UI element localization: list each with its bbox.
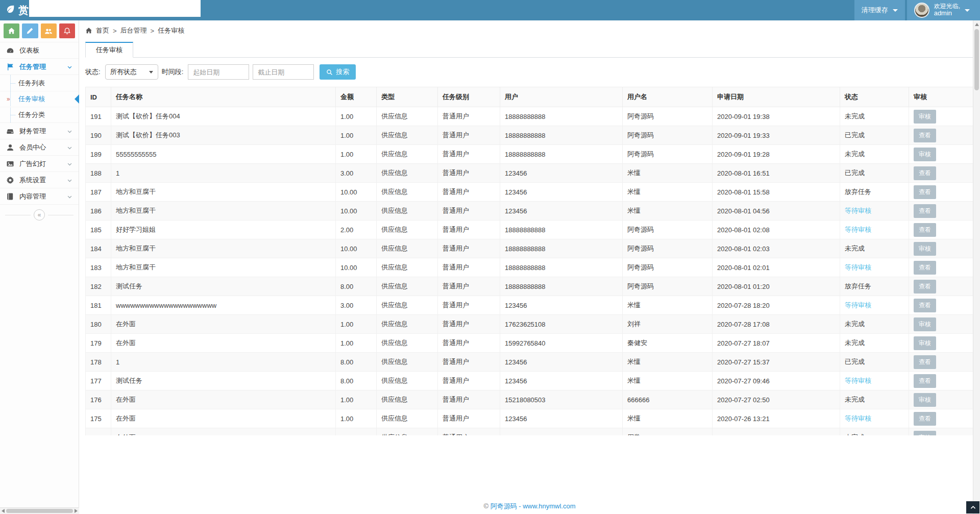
col-header-type: 类型 <box>377 87 438 107</box>
cell-task-name: 1 <box>111 353 336 372</box>
end-date-input[interactable] <box>253 64 314 80</box>
review-action-button[interactable]: 查看 <box>914 129 936 142</box>
back-to-top-button[interactable] <box>966 501 979 513</box>
user-menu[interactable]: 欢迎光临, admin <box>907 0 980 20</box>
notifications-shortcut-button[interactable] <box>59 23 75 38</box>
cell-user: 123456 <box>500 372 623 390</box>
review-action-button[interactable]: 查看 <box>914 261 936 275</box>
cell-status: 未完成 <box>840 107 909 126</box>
footer-link[interactable]: 阿奇源码 - www.hnymwl.com <box>491 502 576 510</box>
cell-task-name: 在外面 <box>111 390 336 409</box>
sidebar-item-settings[interactable]: 系统设置 <box>0 172 79 188</box>
chevron-down-icon <box>67 128 72 134</box>
status-select[interactable]: 所有状态 <box>105 64 158 80</box>
cell-type: 供应信息 <box>377 353 438 372</box>
start-date-input[interactable] <box>188 64 249 80</box>
cell-amount: 10.00 <box>336 183 377 202</box>
review-action-button[interactable]: 查看 <box>914 204 936 218</box>
col-header-username: 用户名 <box>623 87 713 107</box>
sidebar-item-finance[interactable]: 财务管理 <box>0 123 79 139</box>
cell-status: 等待审核 <box>840 202 909 221</box>
review-action-button[interactable]: 审核 <box>914 242 936 256</box>
sidebar-item-ads[interactable]: 广告幻灯 <box>0 155 79 172</box>
review-action-button[interactable]: 查看 <box>914 412 936 426</box>
cell-type: 供应信息 <box>377 258 438 277</box>
review-action-button[interactable]: 审核 <box>914 336 936 350</box>
vertical-scrollbar[interactable] <box>973 20 980 514</box>
search-button-label: 搜索 <box>336 67 349 77</box>
scroll-up-arrow-icon[interactable] <box>975 23 979 26</box>
welcome-text: 欢迎光临, admin <box>934 3 960 18</box>
users-shortcut-button[interactable] <box>41 23 57 38</box>
sidebar-item-task-review[interactable]: » 任务审核 <box>0 91 79 107</box>
sidebar-item-label: 系统设置 <box>19 176 62 185</box>
cell-level: 普通用户 <box>438 428 500 436</box>
active-marker: » <box>7 95 10 103</box>
sidebar-item-task-category[interactable]: 任务分类 <box>0 107 79 123</box>
review-action-button[interactable]: 查看 <box>914 185 936 199</box>
table-row: 177 测试任务 8.00 供应信息 普通用户 123456 米懂 2020-0… <box>86 372 974 390</box>
tab-task-review[interactable]: 任务审核 <box>85 42 133 58</box>
cell-username: 阿奇源码 <box>623 107 713 126</box>
table-row: 187 地方和豆腐干 10.00 供应信息 普通用户 123456 米懂 202… <box>86 183 974 202</box>
sidebar-item-task-list[interactable]: 任务列表 <box>0 75 79 91</box>
review-action-button[interactable]: 查看 <box>914 166 936 180</box>
cell-user: 17162310500 <box>500 428 623 436</box>
table-row: 180 在外面 1.00 供应信息 普通用户 17623625108 刘祥 20… <box>86 315 974 334</box>
horizontal-scrollbar[interactable] <box>0 507 79 514</box>
horizontal-scrollbar-thumb[interactable] <box>6 509 73 513</box>
sidebar-item-task-management[interactable]: 任务管理 <box>0 58 79 75</box>
table-body: 191 测试【砍价】任务004 1.00 供应信息 普通用户 188888888… <box>86 107 974 436</box>
cell-apply-date: 2020-08-01 15:58 <box>713 183 840 202</box>
search-button[interactable]: 搜索 <box>320 64 356 80</box>
review-action-button[interactable]: 查看 <box>914 299 936 312</box>
cell-id: 182 <box>86 277 111 296</box>
scroll-right-arrow-icon[interactable] <box>75 509 78 513</box>
sidebar-item-content[interactable]: 内容管理 <box>0 188 79 204</box>
review-action-button[interactable]: 查看 <box>914 280 936 293</box>
cell-amount: 1.00 <box>336 409 377 428</box>
cell-id: 176 <box>86 390 111 409</box>
sidebar-collapse-button[interactable]: « <box>34 209 45 221</box>
clear-cache-button[interactable]: 清理缓存 <box>854 0 905 20</box>
cell-apply-date: 2020-08-01 02:08 <box>713 221 840 239</box>
review-action-button[interactable]: 审核 <box>914 110 936 124</box>
review-action-button[interactable]: 审核 <box>914 431 936 436</box>
review-action-button[interactable]: 查看 <box>914 374 936 388</box>
cell-user: 123456 <box>500 183 623 202</box>
edit-shortcut-button[interactable] <box>22 23 38 38</box>
cell-user: 18888888888 <box>500 145 623 164</box>
vertical-scrollbar-thumb[interactable] <box>974 29 979 90</box>
cell-level: 普通用户 <box>438 277 500 296</box>
sidebar-collapse-row: « <box>0 204 79 225</box>
caret-down-icon <box>965 9 970 12</box>
cell-type: 供应信息 <box>377 164 438 183</box>
review-action-button[interactable]: 查看 <box>914 223 936 237</box>
breadcrumb-admin[interactable]: 后台管理 <box>120 26 147 35</box>
col-header-apply-date: 申请日期 <box>713 87 840 107</box>
cell-type: 供应信息 <box>377 145 438 164</box>
review-action-button[interactable]: 审核 <box>914 317 936 331</box>
cell-id: 191 <box>86 107 111 126</box>
cell-apply-date: 2020-08-01 04:56 <box>713 202 840 221</box>
cell-user: 18888888888 <box>500 221 623 239</box>
cell-status: 等待审核 <box>840 409 909 428</box>
sidebar-item-dashboard[interactable]: 仪表板 <box>0 42 79 58</box>
cell-type: 供应信息 <box>377 202 438 221</box>
review-action-button[interactable]: 查看 <box>914 355 936 369</box>
sidebar-item-members[interactable]: 会员中心 <box>0 139 79 155</box>
cell-type: 供应信息 <box>377 107 438 126</box>
cell-id: 186 <box>86 202 111 221</box>
cell-apply-date: 2020-07-25 10:44 <box>713 428 840 436</box>
cell-amount: 1.00 <box>336 428 377 436</box>
cell-status: 未完成 <box>840 315 909 334</box>
cell-amount: 8.00 <box>336 277 377 296</box>
review-action-button[interactable]: 审核 <box>914 148 936 161</box>
cell-status: 未完成 <box>840 390 909 409</box>
cell-review: 审核 <box>909 315 974 334</box>
breadcrumb-home[interactable]: 首页 <box>96 26 109 35</box>
scroll-left-arrow-icon[interactable] <box>2 509 5 513</box>
topbar-search-input[interactable] <box>29 0 201 17</box>
home-shortcut-button[interactable] <box>4 23 19 38</box>
review-action-button[interactable]: 审核 <box>914 393 936 407</box>
